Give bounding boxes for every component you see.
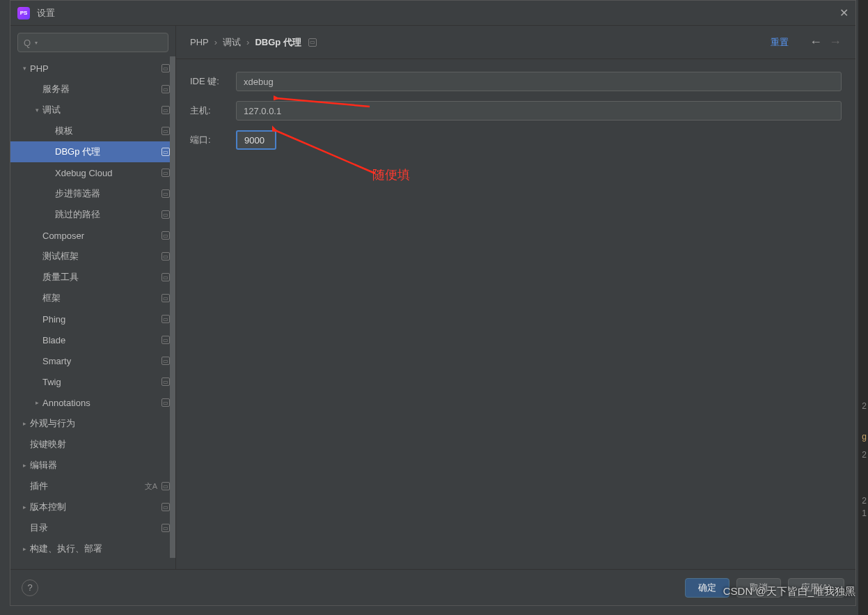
annotation-text: 随便填 <box>372 166 410 183</box>
tree-item[interactable]: ▸外观与行为 <box>10 413 175 434</box>
project-badge-icon: ▭ <box>161 273 170 281</box>
crumb-debug[interactable]: 调试 <box>223 36 241 49</box>
port-input[interactable] <box>236 130 276 150</box>
crumb-php[interactable]: PHP <box>190 37 209 47</box>
main-panel: PHP › 调试 › DBGp 代理 ▭ 重置 ← → IDE 键: 主机: <box>176 26 855 569</box>
host-label: 主机: <box>190 104 236 117</box>
tree-item[interactable]: 插件文A▭ <box>10 476 175 497</box>
tree-item-label: 构建、执行、部署 <box>30 543 170 555</box>
chevron-right-icon[interactable]: ▸ <box>20 420 29 427</box>
tree-item-label: 调试 <box>42 104 161 116</box>
project-badge-icon: ▭ <box>161 503 170 511</box>
project-badge-icon: ▭ <box>161 524 170 532</box>
project-badge-icon: ▭ <box>161 189 170 198</box>
tree-item-label: Phing <box>42 314 161 325</box>
chevron-right-icon[interactable]: ▸ <box>20 462 29 469</box>
tree-item-label: 按键映射 <box>30 438 170 451</box>
tree-item-label: Annotations <box>42 398 161 408</box>
tree-item[interactable]: Composer▭ <box>10 225 175 246</box>
port-row: 端口: <box>190 130 842 150</box>
ide-key-row: IDE 键: <box>190 72 842 91</box>
tree-scroll-thumb[interactable] <box>170 56 175 558</box>
settings-dialog: PS 设置 ✕ Q ▾ ▾PHP▭服务器▭▾调试▭模板▭DBGp 代理▭Xdeb… <box>10 0 856 606</box>
tree-item[interactable]: ▸编辑器 <box>10 455 175 476</box>
project-badge-icon: ▭ <box>161 377 170 386</box>
tree-item[interactable]: 服务器▭ <box>10 79 175 100</box>
tree-item[interactable]: 框架▭ <box>10 288 175 309</box>
close-icon[interactable]: ✕ <box>839 6 849 20</box>
app-logo-icon: PS <box>17 7 30 20</box>
tree-item[interactable]: 目录▭ <box>10 517 175 538</box>
project-badge-icon: ▭ <box>161 64 170 72</box>
chevron-right-icon: › <box>246 37 249 47</box>
tree-item-label: Blade <box>42 335 161 345</box>
tree-item[interactable]: ▸构建、执行、部署 <box>10 538 175 559</box>
project-badge-icon: ▭ <box>161 169 170 177</box>
project-badge-icon: ▭ <box>308 38 317 47</box>
chevron-down-icon[interactable]: ▾ <box>20 65 29 72</box>
tree-item-label: Smarty <box>42 356 161 366</box>
chevron-right-icon[interactable]: ▸ <box>33 399 41 406</box>
tree-item[interactable]: 按键映射 <box>10 434 175 455</box>
tree-item-label: 框架 <box>42 292 161 304</box>
watermark-text: CSDN @天下皆白_唯我独黑 <box>723 585 855 598</box>
host-input[interactable] <box>236 101 842 120</box>
project-badge-icon: ▭ <box>161 252 170 260</box>
tree-item-label: 模板 <box>55 125 161 137</box>
ide-key-label: IDE 键: <box>190 75 236 88</box>
tree-item-label: 版本控制 <box>30 501 161 513</box>
search-dropdown-icon[interactable]: ▾ <box>35 40 38 46</box>
tree-item[interactable]: DBGp 代理▭ <box>10 141 175 162</box>
crumb-dbgp: DBGp 代理 <box>255 36 301 49</box>
tree-item[interactable]: Blade▭ <box>10 329 175 350</box>
port-label: 端口: <box>190 134 236 146</box>
tree-item-label: 测试框架 <box>42 250 161 263</box>
chevron-down-icon[interactable]: ▾ <box>33 107 41 114</box>
project-badge-icon: ▭ <box>161 357 170 365</box>
project-badge-icon: ▭ <box>161 294 170 302</box>
project-badge-icon: ▭ <box>161 210 170 219</box>
tree-item[interactable]: ▸Annotations▭ <box>10 392 175 413</box>
tree-item-label: PHP <box>30 63 161 74</box>
titlebar: PS 设置 ✕ <box>10 1 855 26</box>
tree-item[interactable]: 质量工具▭ <box>10 267 175 288</box>
help-button[interactable]: ? <box>22 579 38 596</box>
project-badge-icon: ▭ <box>161 127 170 135</box>
tree-item-label: Twig <box>42 377 161 387</box>
reset-link[interactable]: 重置 <box>771 36 789 49</box>
settings-tree: ▾PHP▭服务器▭▾调试▭模板▭DBGp 代理▭Xdebug Cloud▭步进筛… <box>10 56 175 569</box>
tree-item-label: 编辑器 <box>30 459 170 472</box>
project-badge-icon: ▭ <box>161 398 170 407</box>
tree-item[interactable]: ▾PHP▭ <box>10 58 175 79</box>
tree-item-label: 目录 <box>30 522 161 534</box>
language-icon: 文A <box>145 481 157 492</box>
chevron-right-icon[interactable]: ▸ <box>20 545 29 552</box>
tree-scrollbar[interactable] <box>170 56 175 569</box>
tree-item-label: 步进筛选器 <box>55 187 161 200</box>
tree-item[interactable]: Smarty▭ <box>10 350 175 371</box>
project-badge-icon: ▭ <box>161 315 170 323</box>
tree-item[interactable]: Phing▭ <box>10 309 175 329</box>
tree-item-label: 质量工具 <box>42 271 161 283</box>
project-badge-icon: ▭ <box>161 85 170 93</box>
tree-item[interactable]: 步进筛选器▭ <box>10 183 175 204</box>
tree-item[interactable]: 跳过的路径▭ <box>10 204 175 225</box>
tree-item[interactable]: Xdebug Cloud▭ <box>10 162 175 183</box>
tree-item[interactable]: 模板▭ <box>10 120 175 141</box>
tree-item[interactable]: Twig▭ <box>10 371 175 392</box>
tree-item-label: DBGp 代理 <box>55 146 161 158</box>
tree-item[interactable]: ▾调试▭ <box>10 100 175 120</box>
content-area: IDE 键: 主机: 端口: <box>176 59 855 569</box>
ide-key-input[interactable] <box>236 72 842 91</box>
tree-item-label: 服务器 <box>42 83 161 95</box>
tree-item[interactable]: ▸版本控制▭ <box>10 497 175 517</box>
tree-item[interactable]: 测试框架▭ <box>10 246 175 267</box>
tree-item-label: Composer <box>42 231 161 241</box>
chevron-right-icon[interactable]: ▸ <box>20 504 29 511</box>
breadcrumb: PHP › 调试 › DBGp 代理 ▭ 重置 ← → <box>176 26 855 59</box>
chevron-right-icon: › <box>214 37 217 47</box>
nav-back-icon[interactable]: ← <box>810 35 822 49</box>
nav-forward-icon: → <box>829 35 842 49</box>
search-input[interactable]: Q ▾ <box>17 33 168 52</box>
project-badge-icon: ▭ <box>161 106 170 114</box>
